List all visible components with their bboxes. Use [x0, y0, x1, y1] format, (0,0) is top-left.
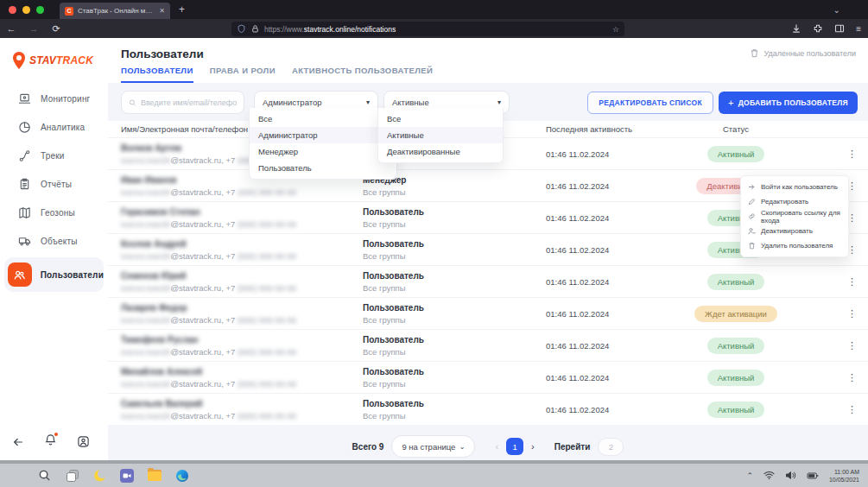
close-window-button[interactable]	[9, 6, 16, 14]
sidebar-item-tracks[interactable]: Треки	[0, 142, 108, 170]
maximize-window-button[interactable]	[36, 6, 44, 14]
status-badge: Активный	[707, 338, 765, 354]
browser-tab[interactable]: C СтавТрак - Онлайн мониторин ✕	[60, 3, 170, 19]
col-header-activity: Последняя активность	[546, 124, 675, 134]
sidebar-item-objects[interactable]: Объекты	[0, 227, 108, 256]
last-activity: 01:46 11.02.2024	[546, 213, 675, 223]
reload-button[interactable]: ⟳	[45, 23, 67, 35]
menu-option[interactable]: Все	[378, 111, 503, 127]
user-role: Пользователь	[363, 207, 546, 217]
wifi-icon[interactable]	[763, 471, 775, 480]
tab-users[interactable]: ПОЛЬЗОВАТЕЛИ	[121, 66, 193, 83]
sidebar-item-reports[interactable]: Отчёты	[0, 170, 108, 199]
tab-strip: ПОЛЬЗОВАТЕЛИ ПРАВА И РОЛИ АКТИВНОСТЬ ПОЛ…	[121, 66, 433, 83]
menu-option[interactable]: Менеджер	[250, 143, 396, 160]
goto-label: Перейти	[554, 442, 591, 452]
main-content: Пользователи Удаленные пользователи ПОЛЬ…	[108, 38, 868, 460]
notifications-bell[interactable]	[44, 433, 57, 450]
pagination: Всего 9 9 на странице ⌄ ‹ 1 › Перейти	[108, 435, 868, 458]
link-icon	[748, 212, 756, 220]
teams-icon[interactable]	[120, 469, 134, 483]
next-page-button[interactable]: ›	[531, 441, 535, 452]
forward-button[interactable]: →	[22, 23, 45, 34]
task-view-icon[interactable]	[65, 468, 79, 483]
sidebar-footer	[12, 433, 90, 450]
context-edit[interactable]: Редактировать	[741, 194, 848, 209]
goto-page-input[interactable]	[598, 438, 624, 456]
user-name: Семенов Юрий	[121, 271, 363, 281]
context-deactivate[interactable]: Деактивировать	[741, 224, 848, 238]
extensions-icon[interactable]	[813, 23, 823, 34]
row-menu-button[interactable]: ⋮	[796, 308, 868, 319]
current-page-button[interactable]: 1	[506, 438, 523, 455]
menu-option-selected[interactable]: Администратор	[250, 127, 396, 143]
file-explorer-icon[interactable]	[147, 468, 162, 483]
account-icon[interactable]	[77, 435, 90, 448]
menu-option[interactable]: Деактивированные	[378, 143, 503, 160]
user-email: ivanov.ivan26@stavtrack.ru, +7 (999) 999…	[121, 347, 363, 357]
sidebar-item-analytics[interactable]: Аналитика	[0, 113, 108, 142]
row-menu-button[interactable]: ⋮	[796, 276, 868, 288]
edge-browser-icon[interactable]	[174, 468, 189, 483]
tray-chevron-up-icon[interactable]: ⌃	[746, 471, 753, 480]
taskbar-search-icon[interactable]	[37, 468, 52, 483]
row-menu-button[interactable]: ⋮	[796, 372, 868, 383]
table-row[interactable]: Тимофеев Руслан ivanov.ivan26@stavtrack.…	[108, 329, 868, 361]
last-activity: 01:46 11.02.2024	[546, 181, 675, 191]
sidebar-toggle-icon[interactable]	[834, 23, 845, 34]
back-button[interactable]: ←	[0, 23, 22, 34]
user-group: Все группы	[363, 283, 546, 293]
menu-option[interactable]: Пользователь	[250, 160, 396, 176]
battery-icon[interactable]	[807, 471, 819, 480]
os-taskbar: ⌃ 11:00 AM 10/05/2021	[0, 464, 868, 487]
table-row[interactable]: Михайлов Алексей ivanov.ivan26@stavtrack…	[108, 361, 868, 393]
start-button[interactable]	[10, 468, 24, 483]
last-activity: 01:46 11.02.2024	[546, 341, 675, 351]
row-menu-button[interactable]: ⋮	[796, 340, 868, 351]
shield-icon	[237, 24, 246, 34]
page-title: Пользователи	[121, 38, 855, 60]
bookmark-star-icon[interactable]: ☆	[612, 25, 619, 34]
row-menu-button[interactable]: ⋮	[796, 149, 868, 160]
tab-rights-roles[interactable]: ПРАВА И РОЛИ	[210, 66, 276, 83]
list-tabs-icon[interactable]: ⌄	[833, 5, 840, 15]
table-row[interactable]: Семенов Юрий ivanov.ivan26@stavtrack.ru,…	[108, 265, 868, 297]
user-role: Пользователь	[363, 303, 546, 313]
address-bar[interactable]: https://www.stavtrack.online/notificatio…	[231, 22, 624, 36]
taskbar-clock[interactable]: 11:00 AM 10/05/2021	[829, 468, 859, 484]
tab-close-icon[interactable]: ✕	[159, 7, 165, 15]
sidebar-item-monitoring[interactable]: Мониторинг	[0, 85, 108, 113]
volume-icon[interactable]	[785, 471, 796, 480]
user-search[interactable]	[121, 91, 244, 114]
menu-hamburger-icon[interactable]: ≡	[856, 24, 861, 34]
table-row[interactable]: Савельев Валерий ivanov.ivan26@stavtrack…	[108, 393, 868, 425]
table-row[interactable]: Лазарев Федор ivanov.ivan26@stavtrack.ru…	[108, 297, 868, 329]
deleted-users-link[interactable]: Удаленные пользователи	[750, 48, 856, 58]
add-user-button[interactable]: + ДОБАВИТЬ ПОЛЬЗОВАТЕЛЯ	[719, 92, 858, 114]
per-page-select[interactable]: 9 на странице ⌄	[391, 435, 475, 458]
tab-user-activity[interactable]: АКТИВНОСТЬ ПОЛЬЗОВАТЕЛЕЙ	[292, 66, 433, 83]
search-input[interactable]	[141, 98, 237, 107]
logo-pin-icon	[10, 50, 28, 71]
prev-page-button[interactable]: ‹	[495, 441, 498, 452]
app-window: STAVTRACK Мониторинг Аналитика Треки От	[0, 38, 868, 460]
collapse-arrow-icon[interactable]	[12, 436, 24, 448]
context-copy-login-link[interactable]: Скопировать ссылку для входа	[741, 209, 848, 224]
context-login-as-user[interactable]: Войти как пользователь	[741, 180, 848, 194]
minimize-window-button[interactable]	[22, 6, 30, 14]
moon-app-icon[interactable]	[92, 468, 107, 483]
sidebar-item-geozones[interactable]: Геозоны	[0, 199, 108, 227]
user-group: Все группы	[363, 347, 546, 357]
context-delete-user[interactable]: Удалить пользователя	[741, 238, 848, 253]
last-activity: 01:46 11.02.2024	[546, 405, 675, 414]
downloads-icon[interactable]	[791, 23, 801, 34]
edit-list-button[interactable]: РЕДАКТИРОВАТЬ СПИСОК	[587, 92, 713, 114]
objects-icon	[18, 235, 31, 248]
sidebar-item-users[interactable]: Пользователи	[4, 257, 104, 292]
new-tab-button[interactable]: +	[179, 3, 185, 16]
user-email: ivanov.ivan26@stavtrack.ru, +7 (999) 999…	[121, 251, 363, 261]
menu-option[interactable]: Все	[250, 111, 396, 127]
menu-option-selected[interactable]: Активные	[378, 127, 503, 143]
row-menu-button[interactable]: ⋮	[796, 404, 868, 415]
sidebar-nav: Мониторинг Аналитика Треки Отчёты Геозон…	[0, 85, 108, 292]
